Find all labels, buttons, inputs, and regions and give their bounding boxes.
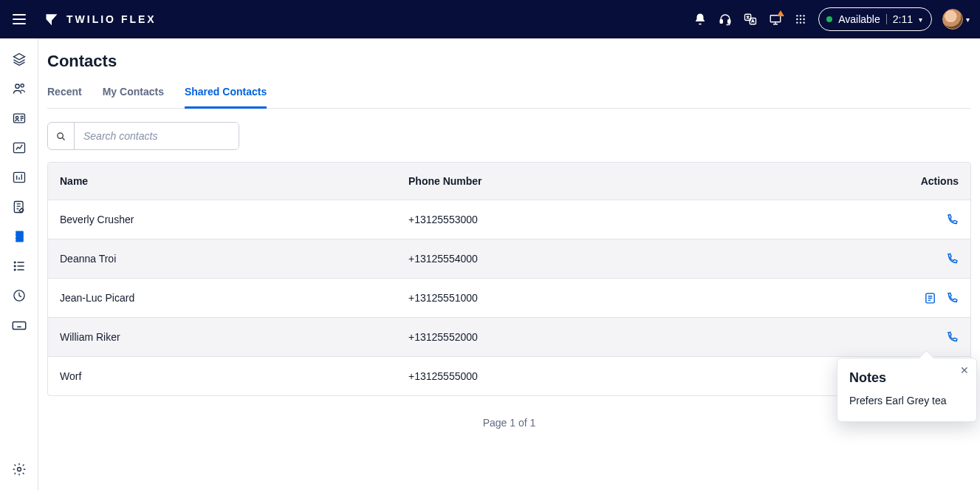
svg-rect-1 <box>728 20 730 24</box>
sidebar-item-agents[interactable] <box>9 78 30 99</box>
agent-status-selector[interactable]: Available 2:11 ▾ <box>818 7 932 31</box>
sidebar-item-keyboard[interactable] <box>9 315 30 336</box>
topbar: TWILIO FLEX Available 2:11 ▾ ▾ <box>0 0 980 38</box>
svg-point-13 <box>803 21 805 23</box>
cell-phone: +13125553000 <box>408 214 870 225</box>
pagination-status: Page 1 of 1 <box>47 417 971 429</box>
avatar <box>942 9 963 30</box>
svg-point-8 <box>796 18 798 20</box>
sidebar-item-analytics[interactable] <box>9 137 30 158</box>
user-menu[interactable]: ▾ <box>942 9 970 30</box>
brand-logo: TWILIO FLEX <box>44 12 157 27</box>
cell-phone: +13125551000 <box>408 292 870 304</box>
sidebar-item-edit-form[interactable] <box>9 197 30 217</box>
search-box <box>47 122 239 150</box>
notes-popover: ✕ Notes Prefers Earl Grey tea <box>837 358 977 422</box>
svg-rect-21 <box>16 231 24 242</box>
cell-phone: +13125554000 <box>408 253 870 265</box>
cell-name: Jean-Luc Picard <box>60 292 408 304</box>
search-input[interactable] <box>75 123 239 149</box>
svg-point-5 <box>796 15 798 16</box>
cell-phone: +13125552000 <box>408 331 870 343</box>
popover-body: Prefers Earl Grey tea <box>849 395 964 406</box>
sidebar-item-layers[interactable] <box>9 49 30 69</box>
menu-toggle[interactable] <box>10 10 28 28</box>
sidebar-item-id-card[interactable] <box>9 108 30 129</box>
svg-rect-22 <box>14 232 16 234</box>
svg-point-27 <box>14 269 16 270</box>
svg-rect-23 <box>14 236 16 238</box>
svg-point-14 <box>15 84 18 88</box>
svg-point-11 <box>796 21 798 23</box>
svg-point-31 <box>58 132 64 138</box>
cell-name: Beverly Crusher <box>60 214 408 225</box>
table-row: Deanna Troi +13125554000 <box>48 239 970 278</box>
svg-rect-20 <box>14 202 23 213</box>
svg-point-30 <box>17 468 21 472</box>
brand-name: TWILIO FLEX <box>66 13 157 25</box>
cell-name: Worf <box>60 370 408 382</box>
svg-point-25 <box>14 262 16 263</box>
call-button[interactable] <box>945 330 959 344</box>
status-label: Available <box>838 13 880 25</box>
contacts-table: Name Phone Number Actions Beverly Crushe… <box>47 162 971 396</box>
twilio-flex-icon <box>44 12 59 27</box>
table-row: William Riker +13125552000 <box>48 317 970 356</box>
translate-icon[interactable] <box>743 12 758 27</box>
column-header-phone: Phone Number <box>408 175 870 187</box>
call-button[interactable] <box>945 252 959 265</box>
cell-name: William Riker <box>60 331 408 343</box>
tabs: Recent My Contacts Shared Contacts <box>47 86 971 109</box>
sidebar-item-settings[interactable] <box>9 459 30 480</box>
call-button[interactable] <box>945 213 959 226</box>
chevron-down-icon: ▾ <box>966 16 970 24</box>
tab-my-contacts[interactable]: My Contacts <box>103 86 164 108</box>
svg-rect-24 <box>14 239 16 241</box>
main-content: Contacts Recent My Contacts Shared Conta… <box>38 38 980 490</box>
notes-button[interactable] <box>923 291 936 304</box>
sidebar-item-history[interactable] <box>9 285 30 306</box>
table-row: Worf +13125555000 <box>48 356 970 395</box>
svg-rect-29 <box>13 321 25 329</box>
search-icon <box>48 123 75 149</box>
popover-title: Notes <box>849 370 964 386</box>
sidebar <box>0 38 38 490</box>
alert-badge-icon <box>777 10 784 16</box>
headset-icon[interactable] <box>718 12 733 27</box>
cell-name: Deanna Troi <box>60 253 408 265</box>
status-timer: 2:11 <box>893 13 913 25</box>
svg-point-15 <box>21 84 24 87</box>
svg-point-12 <box>800 21 801 23</box>
apps-grid-icon[interactable] <box>793 12 808 27</box>
svg-point-10 <box>803 18 805 20</box>
svg-point-6 <box>800 15 801 16</box>
cell-phone: +13125555000 <box>408 370 870 382</box>
page-title: Contacts <box>47 52 971 71</box>
svg-rect-0 <box>720 20 722 24</box>
column-header-name: Name <box>60 175 408 187</box>
table-row: Beverly Crusher +13125553000 <box>48 200 970 239</box>
svg-point-9 <box>800 18 801 20</box>
svg-point-26 <box>14 265 16 267</box>
svg-point-7 <box>803 15 805 16</box>
svg-point-17 <box>16 117 18 119</box>
chevron-down-icon: ▾ <box>919 16 922 24</box>
tab-recent[interactable]: Recent <box>47 86 82 108</box>
column-header-actions: Actions <box>870 175 959 187</box>
status-divider <box>886 14 887 24</box>
sidebar-item-contacts[interactable] <box>9 226 30 247</box>
close-icon[interactable]: ✕ <box>960 364 969 376</box>
table-header: Name Phone Number Actions <box>48 163 970 200</box>
status-dot-icon <box>826 16 832 22</box>
tab-shared-contacts[interactable]: Shared Contacts <box>185 86 267 109</box>
svg-rect-4 <box>770 16 781 22</box>
table-row: Jean-Luc Picard +13125551000 <box>48 278 970 317</box>
sidebar-item-reports[interactable] <box>9 167 30 188</box>
monitor-alert-icon[interactable] <box>768 12 783 27</box>
call-button[interactable] <box>945 291 959 304</box>
bell-icon[interactable] <box>693 12 707 27</box>
sidebar-item-list[interactable] <box>9 256 30 276</box>
